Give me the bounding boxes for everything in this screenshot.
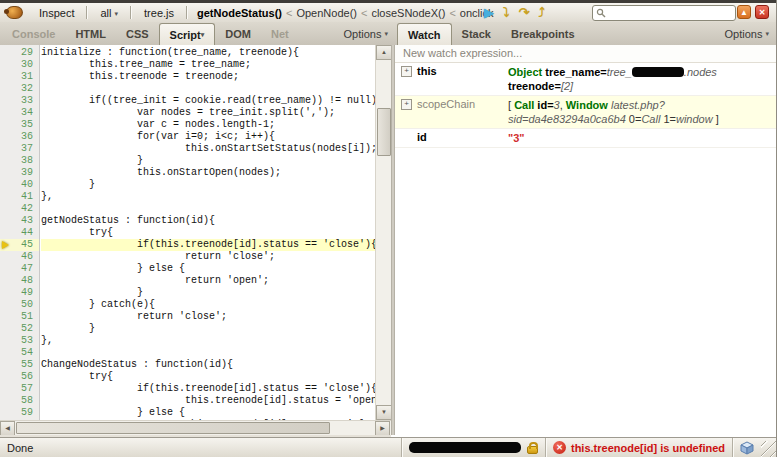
toolbar-separator [86, 6, 88, 19]
context-dropdown[interactable]: all ▾ [94, 6, 124, 20]
line-number[interactable]: 45 [0, 239, 39, 251]
new-watch-expression-field[interactable]: New watch expression... [395, 45, 777, 63]
tab-css[interactable]: CSS [116, 22, 159, 45]
watch-row[interactable]: id"3" [395, 129, 777, 148]
watch-value-part: 1= [660, 113, 676, 125]
horizontal-scrollbar[interactable]: ◀ ▶ [0, 420, 391, 435]
scroll-up-button[interactable]: ▲ [376, 45, 392, 60]
line-number[interactable]: 39 [0, 167, 39, 179]
tab-net[interactable]: Net [261, 22, 299, 45]
line-number[interactable]: 41 [0, 191, 39, 203]
line-number[interactable]: 43 [0, 215, 39, 227]
script-file-dropdown[interactable]: tree.js [138, 6, 180, 20]
scroll-right-button[interactable]: ▶ [375, 421, 390, 436]
tab-watch[interactable]: Watch [397, 23, 452, 45]
firebug-logo-icon[interactable] [6, 6, 23, 19]
breadcrumb-item[interactable]: OpenNode() [296, 7, 357, 19]
continue-icon[interactable]: ▶ [484, 6, 494, 19]
line-number[interactable]: 59 [0, 407, 39, 419]
cube-icon[interactable] [740, 441, 754, 455]
line-number[interactable]: 38 [0, 155, 39, 167]
watch-value-part: tree_ [607, 66, 632, 78]
toolbar-left-group: Inspect all ▾ tree.js getNodeStatus() <O… [0, 6, 496, 20]
code-line [41, 347, 375, 359]
tab-script[interactable]: Script ▾ [159, 23, 216, 45]
watch-name-label: scopeChain [417, 98, 475, 110]
tab-stack[interactable]: Stack [452, 22, 501, 45]
line-number[interactable]: 33 [0, 95, 39, 107]
error-message[interactable]: this.treenode[id] is undefined [571, 442, 725, 454]
line-number[interactable]: 29 [0, 47, 39, 59]
line-number[interactable]: 42 [0, 203, 39, 215]
step-out-icon[interactable]: ⤴ [538, 6, 545, 19]
search-box[interactable] [592, 5, 736, 21]
code-line [41, 203, 375, 215]
line-number[interactable]: 57 [0, 383, 39, 395]
code-lines[interactable]: initialize : function(tree_name, treenod… [41, 45, 375, 420]
toolbar-separator [186, 6, 188, 19]
watch-options-dropdown[interactable]: Options ▾ [725, 22, 770, 45]
line-number[interactable]: 47 [0, 263, 39, 275]
breadcrumb-current-function[interactable]: getNodeStatus() [197, 7, 282, 19]
watch-name: +scopeChain [395, 98, 508, 110]
detach-button[interactable]: ▲ [737, 5, 751, 19]
line-number[interactable]: 49 [0, 287, 39, 299]
vertical-scroll-thumb[interactable] [377, 108, 391, 156]
status-cube-segment[interactable] [732, 438, 761, 457]
debugger-buttons: ▶ ⤵ ↷ ⤴ [484, 3, 545, 22]
line-number[interactable]: 32 [0, 83, 39, 95]
tab-breakpoints[interactable]: Breakpoints [501, 22, 585, 45]
watch-name-label: this [417, 65, 437, 77]
search-input[interactable] [606, 7, 722, 20]
step-over-icon[interactable]: ↷ [519, 6, 530, 19]
line-number[interactable]: 46 [0, 251, 39, 263]
line-number[interactable]: 52 [0, 323, 39, 335]
line-number[interactable]: 40 [0, 179, 39, 191]
line-number[interactable]: 34 [0, 107, 39, 119]
code-line: } [41, 287, 375, 299]
line-number[interactable]: 58 [0, 395, 39, 407]
breakpoint-arrow-icon[interactable] [2, 241, 9, 249]
scroll-down-button[interactable]: ▼ [376, 405, 392, 420]
resize-grip[interactable] [761, 441, 777, 457]
status-bar: Done ✕ this.treenode[id] is undefined [0, 437, 777, 457]
expander-icon[interactable]: + [401, 99, 412, 110]
watch-row[interactable]: +thisObject tree_name=tree_.nodes treeno… [395, 63, 777, 96]
line-number[interactable]: 55 [0, 359, 39, 371]
line-number[interactable]: 37 [0, 143, 39, 155]
status-error-segment[interactable]: ✕ this.treenode[id] is undefined [545, 438, 732, 457]
line-number[interactable]: 51 [0, 311, 39, 323]
line-number[interactable]: 30 [0, 59, 39, 71]
scroll-left-button[interactable]: ◀ [0, 421, 15, 436]
panel-tab-bar: ConsoleHTMLCSSScript ▾DOMNet Options ▾ W… [0, 22, 777, 46]
watch-value-part: 0= [626, 113, 642, 125]
close-button[interactable]: ✕ [755, 5, 769, 19]
watch-value-part: treenode= [508, 80, 561, 92]
inspect-button[interactable]: Inspect [33, 6, 80, 20]
watch-row[interactable]: +scopeChain[ Call id=3, Window latest.ph… [395, 96, 777, 129]
line-number[interactable]: 53 [0, 335, 39, 347]
step-into-icon[interactable]: ⤵ [503, 6, 510, 19]
line-number[interactable]: 48 [0, 275, 39, 287]
line-number[interactable]: 56 [0, 371, 39, 383]
code-line: } catch(e){ [41, 299, 375, 311]
main-toolbar: Inspect all ▾ tree.js getNodeStatus() <O… [0, 3, 777, 23]
script-options-dropdown[interactable]: Options ▾ [330, 22, 388, 45]
line-number[interactable]: 35 [0, 119, 39, 131]
line-number[interactable]: 36 [0, 131, 39, 143]
tab-dom[interactable]: DOM [215, 22, 261, 45]
line-number[interactable]: 44 [0, 227, 39, 239]
line-number[interactable]: 31 [0, 71, 39, 83]
vertical-scrollbar[interactable]: ▲ ▼ [375, 45, 391, 420]
line-number[interactable]: 50 [0, 299, 39, 311]
line-number[interactable]: 54 [0, 347, 39, 359]
chevron-down-icon: ▾ [115, 10, 119, 17]
code-line: if(this.treenode[id].status == 'close'){ [41, 383, 375, 395]
tab-html[interactable]: HTML [65, 22, 116, 45]
code-line: this.treenode[id].status = 'open'; [41, 395, 375, 407]
tab-console[interactable]: Console [2, 22, 65, 45]
breadcrumb-item[interactable]: closeSNodeX() [371, 7, 445, 19]
expander-icon[interactable]: + [401, 66, 412, 77]
chevron-down-icon: ▾ [384, 30, 388, 38]
horizontal-scroll-thumb[interactable] [16, 422, 330, 434]
